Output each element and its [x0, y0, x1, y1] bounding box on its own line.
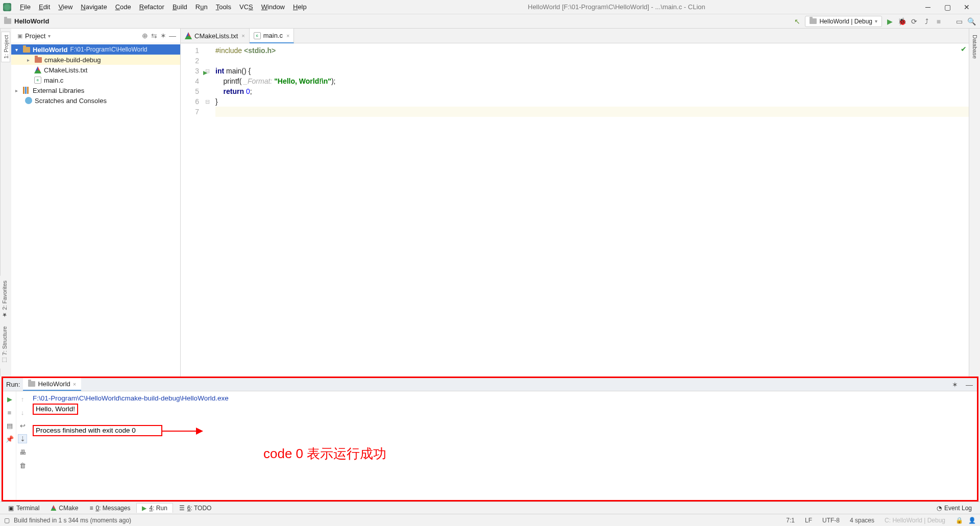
- menu-navigate[interactable]: Navigate: [77, 2, 110, 12]
- cmake-tab[interactable]: CMake: [45, 504, 83, 513]
- coverage-icon[interactable]: ⟳: [910, 17, 919, 26]
- database-tool-tab[interactable]: Database: [971, 32, 979, 62]
- menu-tools[interactable]: Tools: [212, 2, 235, 12]
- bottom-tool-tabs: ▣Terminal CMake ≡0: Messages ▶4: Run ☰6:…: [0, 502, 980, 514]
- run-toolbar: ▶ ■ ▤ 📌 ↑ ↓ ↩ ⇣ 🖶 🗑: [3, 391, 29, 500]
- lock-icon[interactable]: 🔒: [950, 517, 968, 524]
- collapse-all-icon[interactable]: ⇆: [150, 31, 159, 40]
- tree-item-cmakelists[interactable]: CMakeLists.txt: [11, 65, 180, 75]
- stop-icon[interactable]: ■: [5, 408, 14, 417]
- favorites-tool-tab[interactable]: ★ 2: Favorites: [0, 277, 11, 322]
- menu-window[interactable]: Window: [258, 2, 288, 12]
- menu-refactor[interactable]: Refactor: [136, 2, 168, 12]
- close-icon[interactable]: ×: [73, 381, 76, 387]
- main-menu: File Edit View Navigate Code Refactor Bu…: [16, 2, 310, 12]
- hide-minus-icon[interactable]: —: [965, 380, 974, 389]
- search-everywhere-icon[interactable]: 🔍: [967, 17, 976, 26]
- editor-tab-cmakelists[interactable]: CMakeLists.txt ×: [181, 29, 250, 43]
- todo-tab[interactable]: ☰6: TODO: [174, 504, 217, 513]
- chevron-right-icon: ▸: [27, 57, 32, 63]
- tree-scratches[interactable]: Scratches and Consoles: [11, 95, 180, 106]
- context-config[interactable]: C: HelloWorld | Debug: [879, 517, 950, 524]
- down-arrow-icon[interactable]: ↓: [18, 408, 27, 417]
- status-bar: ▢ Build finished in 1 s 344 ms (moments …: [0, 514, 980, 526]
- run-button-icon[interactable]: ▶: [885, 17, 894, 26]
- build-hammer-icon[interactable]: ↖: [793, 17, 802, 26]
- rerun-icon[interactable]: ▶: [5, 394, 14, 404]
- fold-gutter: ⊟ ⊟: [202, 43, 212, 377]
- run-config-selector[interactable]: HelloWorld | Debug ▾: [805, 16, 882, 27]
- tree-item-label: main.c: [44, 77, 63, 84]
- messages-tab[interactable]: ≡0: Messages: [84, 504, 135, 513]
- maximize-button[interactable]: ▢: [942, 3, 952, 11]
- fold-end-icon[interactable]: ⊟: [202, 96, 212, 107]
- chevron-down-icon: ▾: [15, 47, 20, 53]
- tree-item-cmake-build-debug[interactable]: ▸ cmake-build-debug: [11, 55, 180, 65]
- breadcrumb-project[interactable]: HelloWorld: [14, 17, 49, 25]
- menu-help[interactable]: Help: [289, 2, 310, 12]
- tab-label: main.c: [263, 32, 283, 39]
- locate-icon[interactable]: ⊕: [140, 31, 150, 40]
- pin-icon[interactable]: 📌: [5, 434, 14, 443]
- minimize-button[interactable]: ─: [923, 3, 933, 11]
- run-console[interactable]: F:\01-Program\C\HelloWorld\cmake-build-d…: [29, 391, 977, 500]
- settings-gear-icon[interactable]: ✶: [159, 31, 168, 40]
- status-window-icon[interactable]: ▢: [4, 517, 10, 524]
- scroll-to-end-icon[interactable]: ⇣: [18, 434, 27, 443]
- editor-tab-mainc[interactable]: c main.c ×: [250, 29, 295, 43]
- menu-edit[interactable]: Edit: [35, 2, 54, 12]
- inspections-icon[interactable]: 👤: [968, 517, 976, 524]
- folder-icon: [810, 18, 817, 24]
- layout-icon[interactable]: ▤: [5, 421, 14, 430]
- library-icon: [23, 87, 30, 94]
- c-file-icon: c: [254, 32, 261, 39]
- tree-root[interactable]: ▾ HelloWorld F:\01-Program\C\HelloWorld: [11, 44, 180, 55]
- menu-build[interactable]: Build: [169, 2, 191, 12]
- project-panel: ▣ Project ▾ ⊕ ⇆ ✶ — ▾ HelloWorld F:\01-P…: [11, 29, 181, 377]
- tree-item-mainc[interactable]: c main.c: [11, 75, 180, 85]
- settings-gear-icon[interactable]: ✶: [950, 380, 960, 389]
- menu-view[interactable]: View: [55, 2, 76, 12]
- up-arrow-icon[interactable]: ↑: [18, 394, 27, 404]
- soft-wrap-icon[interactable]: ↩: [18, 421, 27, 430]
- app-icon: [3, 3, 11, 11]
- indent-setting[interactable]: 4 spaces: [845, 517, 879, 524]
- menu-file[interactable]: File: [16, 2, 34, 12]
- menu-vcs[interactable]: VCS: [236, 2, 257, 12]
- terminal-tab[interactable]: ▣Terminal: [3, 504, 44, 513]
- project-panel-title[interactable]: ▣ Project ▾: [14, 31, 54, 41]
- project-tool-tab[interactable]: 1: Project: [2, 32, 11, 62]
- inspection-ok-icon[interactable]: ✔: [961, 45, 967, 53]
- caret-position[interactable]: 7:1: [781, 517, 800, 524]
- cmake-icon: [51, 505, 56, 511]
- menu-run[interactable]: Run: [192, 2, 211, 12]
- close-icon[interactable]: ×: [240, 33, 244, 39]
- file-encoding[interactable]: UTF-8: [817, 517, 845, 524]
- menu-code[interactable]: Code: [112, 2, 135, 12]
- run-gutter-icon[interactable]: ▶: [203, 67, 207, 78]
- line-separator[interactable]: LF: [800, 517, 817, 524]
- layout-icon[interactable]: ▭: [954, 17, 964, 26]
- close-icon[interactable]: ×: [285, 33, 289, 39]
- debug-button-icon[interactable]: 🐞: [897, 17, 906, 26]
- editor-body[interactable]: 1 2 3▶ 4 5 6 7 ⊟ ⊟ #include <stdio.h> in…: [181, 43, 969, 377]
- profile-icon[interactable]: ⤴: [922, 17, 931, 26]
- stop-button-icon[interactable]: ■: [934, 17, 943, 26]
- run-tab-bottom[interactable]: ▶4: Run: [136, 503, 173, 513]
- run-label: Run:: [6, 381, 20, 388]
- close-button[interactable]: ✕: [962, 3, 972, 11]
- line-number: 2: [181, 56, 199, 66]
- line-number: 7: [181, 107, 199, 117]
- run-icon: ▶: [142, 505, 146, 512]
- folder-icon: [4, 18, 11, 24]
- run-tab[interactable]: HelloWorld ×: [23, 378, 81, 391]
- code-area[interactable]: #include <stdio.h> int main() { printf( …: [212, 43, 969, 377]
- line-number: 6: [181, 96, 199, 107]
- hide-minus-icon[interactable]: —: [168, 31, 177, 40]
- structure-tool-tab[interactable]: ⬚ 7: Structure: [0, 322, 11, 368]
- trash-icon[interactable]: 🗑: [18, 461, 27, 470]
- event-log-tab[interactable]: ◔Event Log: [932, 504, 977, 513]
- tree-external-libraries[interactable]: ▸ External Libraries: [11, 85, 180, 95]
- print-icon[interactable]: 🖶: [18, 447, 27, 457]
- right-tool-stripe: Database: [969, 29, 980, 377]
